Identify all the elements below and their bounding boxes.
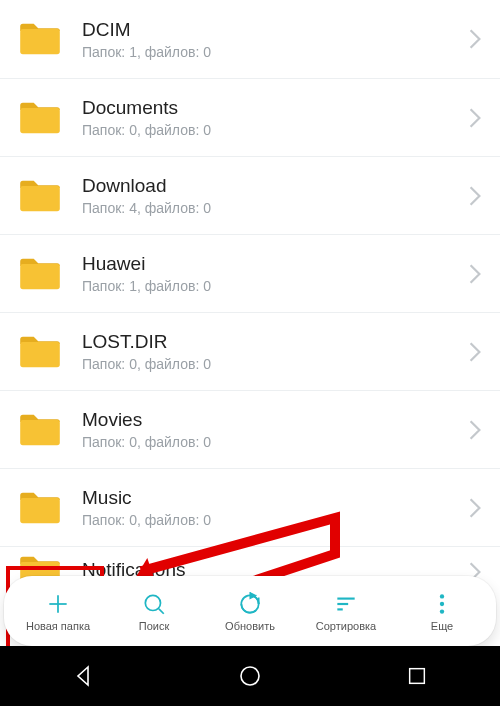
folder-subtitle: Папок: 0, файлов: 0 — [82, 512, 460, 528]
folder-name: Huawei — [82, 253, 460, 275]
folder-row[interactable]: DCIMПапок: 1, файлов: 0 — [0, 0, 500, 78]
svg-rect-19 — [409, 669, 424, 684]
folder-row-text: LOST.DIRПапок: 0, файлов: 0 — [82, 331, 460, 372]
folder-icon — [18, 256, 62, 292]
folder-list: DCIMПапок: 1, файлов: 0DocumentsПапок: 0… — [0, 0, 500, 596]
folder-row[interactable]: DownloadПапок: 4, файлов: 0 — [0, 156, 500, 234]
search-icon — [141, 591, 167, 617]
folder-row-text: HuaweiПапок: 1, файлов: 0 — [82, 253, 460, 294]
nav-home-button[interactable] — [220, 656, 280, 696]
chevron-right-icon — [468, 185, 482, 207]
svg-rect-0 — [20, 29, 60, 54]
folder-row-text: MusicПапок: 0, файлов: 0 — [82, 487, 460, 528]
more-vert-icon — [429, 591, 455, 617]
folder-row-text: DocumentsПапок: 0, файлов: 0 — [82, 97, 460, 138]
folder-name: DCIM — [82, 19, 460, 41]
folder-row[interactable]: LOST.DIRПапок: 0, файлов: 0 — [0, 312, 500, 390]
folder-row[interactable]: HuaweiПапок: 1, файлов: 0 — [0, 234, 500, 312]
folder-icon — [18, 334, 62, 370]
chevron-right-icon — [468, 107, 482, 129]
plus-icon — [45, 591, 71, 617]
toolbar-label: Обновить — [225, 620, 275, 632]
svg-line-11 — [159, 608, 164, 613]
folder-subtitle: Папок: 1, файлов: 0 — [82, 278, 460, 294]
folder-icon — [18, 412, 62, 448]
nav-recent-button[interactable] — [387, 656, 447, 696]
toolbar-label: Новая папка — [26, 620, 90, 632]
folder-row-text: DownloadПапок: 4, файлов: 0 — [82, 175, 460, 216]
refresh-button[interactable]: Обновить — [202, 576, 298, 646]
svg-rect-3 — [20, 264, 60, 289]
folder-name: Movies — [82, 409, 460, 431]
folder-subtitle: Папок: 0, файлов: 0 — [82, 122, 460, 138]
android-nav-bar — [0, 646, 500, 706]
folder-row[interactable]: MoviesПапок: 0, файлов: 0 — [0, 390, 500, 468]
toolbar-label: Еще — [431, 620, 453, 632]
chevron-right-icon — [468, 341, 482, 363]
bottom-toolbar: Новая папка Поиск Обновить Сортировк — [4, 576, 496, 646]
nav-back-button[interactable] — [53, 656, 113, 696]
folder-icon — [18, 100, 62, 136]
svg-rect-4 — [20, 342, 60, 367]
search-button[interactable]: Поиск — [106, 576, 202, 646]
svg-point-16 — [440, 601, 444, 605]
sort-button[interactable]: Сортировка — [298, 576, 394, 646]
svg-point-18 — [241, 667, 259, 685]
svg-point-10 — [145, 595, 160, 610]
svg-point-17 — [440, 609, 444, 613]
folder-row-text: DCIMПапок: 1, файлов: 0 — [82, 19, 460, 60]
folder-icon — [18, 21, 62, 57]
folder-row-text: MoviesПапок: 0, файлов: 0 — [82, 409, 460, 450]
chevron-right-icon — [468, 419, 482, 441]
folder-name: Documents — [82, 97, 460, 119]
folder-name: LOST.DIR — [82, 331, 460, 353]
folder-name: Music — [82, 487, 460, 509]
svg-rect-5 — [20, 420, 60, 445]
svg-point-15 — [440, 594, 444, 598]
sort-icon — [333, 591, 359, 617]
chevron-right-icon — [468, 497, 482, 519]
folder-icon — [18, 178, 62, 214]
toolbar-label: Сортировка — [316, 620, 376, 632]
folder-subtitle: Папок: 0, файлов: 0 — [82, 434, 460, 450]
folder-icon — [18, 490, 62, 526]
new-folder-button[interactable]: Новая папка — [10, 576, 106, 646]
folder-row[interactable]: DocumentsПапок: 0, файлов: 0 — [0, 78, 500, 156]
folder-subtitle: Папок: 0, файлов: 0 — [82, 356, 460, 372]
folder-subtitle: Папок: 4, файлов: 0 — [82, 200, 460, 216]
refresh-icon — [237, 591, 263, 617]
folder-name: Download — [82, 175, 460, 197]
chevron-right-icon — [468, 28, 482, 50]
svg-rect-1 — [20, 108, 60, 133]
toolbar-label: Поиск — [139, 620, 169, 632]
chevron-right-icon — [468, 263, 482, 285]
svg-rect-2 — [20, 186, 60, 211]
svg-rect-6 — [20, 498, 60, 523]
more-button[interactable]: Еще — [394, 576, 490, 646]
folder-row[interactable]: MusicПапок: 0, файлов: 0 — [0, 468, 500, 546]
folder-subtitle: Папок: 1, файлов: 0 — [82, 44, 460, 60]
